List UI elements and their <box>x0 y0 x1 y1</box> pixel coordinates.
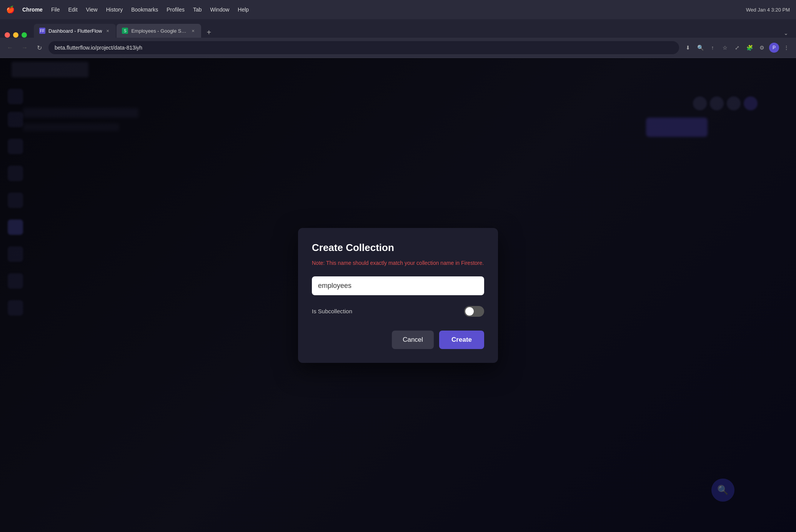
address-bar-icons: ⬇ 🔍 ↑ ☆ ⤢ 🧩 ⚙ P ⋮ <box>683 43 791 53</box>
system-time: Wed Jan 4 3:20 PM <box>746 7 790 13</box>
menu-bookmarks[interactable]: Bookmarks <box>131 7 158 13</box>
more-options-icon[interactable]: ⋮ <box>781 43 791 53</box>
tab-flutterflow[interactable]: FF Dashboard - FlutterFlow ✕ <box>34 24 116 38</box>
menu-file[interactable]: File <box>51 7 60 13</box>
menu-profiles[interactable]: Profiles <box>167 7 185 13</box>
create-button[interactable]: Create <box>439 331 484 349</box>
menu-help[interactable]: Help <box>238 7 249 13</box>
flutterflow-favicon-icon: FF <box>39 28 45 34</box>
menu-edit[interactable]: Edit <box>68 7 77 13</box>
close-window-button[interactable] <box>5 32 10 38</box>
sheets-favicon-icon: S <box>122 28 128 34</box>
forward-button[interactable]: → <box>19 42 30 53</box>
extensions-icon[interactable]: 🧩 <box>744 43 754 53</box>
tab-sheets[interactable]: S Employees - Google Sheets ✕ <box>117 24 201 38</box>
tab-sheets-close-button[interactable]: ✕ <box>190 28 196 33</box>
profile-avatar[interactable]: P <box>769 43 779 53</box>
titlebar-right: Wed Jan 4 3:20 PM <box>746 7 790 13</box>
address-input[interactable] <box>48 41 679 54</box>
share-icon[interactable]: ↑ <box>708 43 718 53</box>
tab-bar-end: ⌄ <box>781 28 791 38</box>
modal-overlay: Create Collection Note: This name should… <box>0 58 796 532</box>
back-button[interactable]: ← <box>5 42 15 53</box>
collection-name-input[interactable] <box>312 276 484 295</box>
menu-chrome[interactable]: Chrome <box>22 7 43 13</box>
refresh-button[interactable]: ↻ <box>34 42 45 53</box>
maximize-window-button[interactable] <box>22 32 27 38</box>
expand-icon[interactable]: ⤢ <box>732 43 742 53</box>
modal-note: Note: This name should exactly match you… <box>312 259 484 267</box>
menu-tab[interactable]: Tab <box>193 7 202 13</box>
bookmark-icon[interactable]: ☆ <box>720 43 730 53</box>
create-collection-modal: Create Collection Note: This name should… <box>298 228 498 363</box>
browser-chrome: FF Dashboard - FlutterFlow ✕ S Employees… <box>0 19 796 58</box>
new-tab-button[interactable]: + <box>203 27 214 38</box>
menu-window[interactable]: Window <box>210 7 230 13</box>
tab-sheets-label: Employees - Google Sheets <box>131 28 187 34</box>
toggle-knob <box>465 307 474 316</box>
tab-bar: FF Dashboard - FlutterFlow ✕ S Employees… <box>0 19 796 38</box>
modal-actions: Cancel Create <box>312 331 484 349</box>
extensions-2-icon[interactable]: ⚙ <box>757 43 767 53</box>
cancel-button[interactable]: Cancel <box>392 331 434 349</box>
menu-history[interactable]: History <box>106 7 123 13</box>
traffic-lights <box>5 32 27 38</box>
subcollection-toggle[interactable] <box>464 306 484 317</box>
subcollection-row: Is Subcollection <box>312 306 484 317</box>
zoom-icon[interactable]: 🔍 <box>695 43 705 53</box>
tab-overflow-button[interactable]: ⌄ <box>781 28 791 38</box>
menu-view[interactable]: View <box>86 7 98 13</box>
address-bar: ← → ↻ ⬇ 🔍 ↑ ☆ ⤢ 🧩 ⚙ P ⋮ <box>0 38 796 58</box>
macos-titlebar: 🍎 Chrome File Edit View History Bookmark… <box>0 0 796 19</box>
minimize-window-button[interactable] <box>13 32 18 38</box>
modal-title: Create Collection <box>312 242 484 254</box>
download-icon[interactable]: ⬇ <box>683 43 693 53</box>
titlebar-menus: Chrome File Edit View History Bookmarks … <box>22 7 249 13</box>
subcollection-label: Is Subcollection <box>312 308 352 314</box>
app-content: 🔍 Create Collection Note: This name shou… <box>0 58 796 532</box>
apple-menu[interactable]: 🍎 <box>6 5 15 14</box>
tab-flutterflow-label: Dashboard - FlutterFlow <box>48 28 102 34</box>
tab-flutterflow-close-button[interactable]: ✕ <box>105 28 110 33</box>
